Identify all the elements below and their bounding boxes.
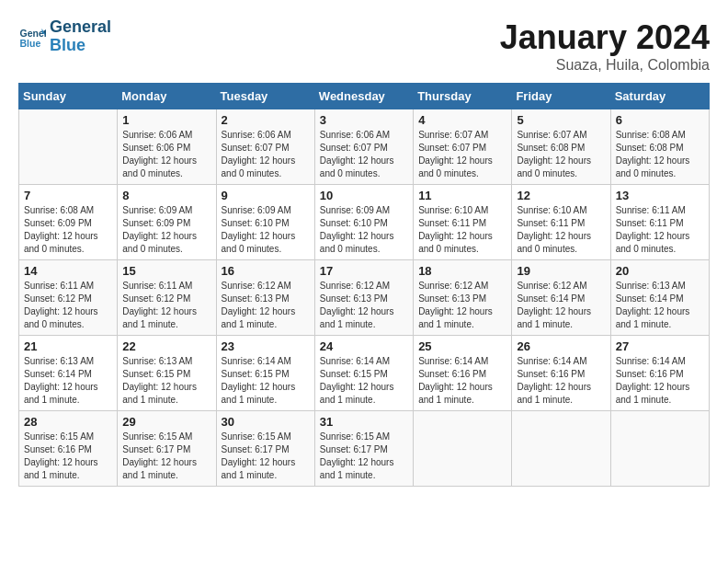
- day-number: 31: [320, 415, 408, 429]
- calendar-header: SundayMondayTuesdayWednesdayThursdayFrid…: [19, 84, 710, 109]
- day-info: Sunrise: 6:08 AM Sunset: 6:08 PM Dayligh…: [616, 129, 704, 180]
- calendar-cell: 18Sunrise: 6:12 AM Sunset: 6:13 PM Dayli…: [414, 260, 512, 336]
- month-title: January 2024: [500, 18, 710, 57]
- day-info: Sunrise: 6:06 AM Sunset: 6:07 PM Dayligh…: [320, 129, 408, 180]
- calendar-cell: 21Sunrise: 6:13 AM Sunset: 6:14 PM Dayli…: [19, 336, 118, 411]
- day-info: Sunrise: 6:12 AM Sunset: 6:13 PM Dayligh…: [418, 280, 506, 331]
- day-info: Sunrise: 6:15 AM Sunset: 6:17 PM Dayligh…: [320, 431, 408, 482]
- day-info: Sunrise: 6:12 AM Sunset: 6:14 PM Dayligh…: [517, 280, 605, 331]
- calendar-cell: 5Sunrise: 6:07 AM Sunset: 6:08 PM Daylig…: [512, 109, 610, 185]
- calendar-cell: 8Sunrise: 6:09 AM Sunset: 6:09 PM Daylig…: [118, 185, 216, 260]
- calendar-cell: 26Sunrise: 6:14 AM Sunset: 6:16 PM Dayli…: [512, 336, 610, 411]
- calendar-cell: 20Sunrise: 6:13 AM Sunset: 6:14 PM Dayli…: [610, 260, 709, 336]
- day-info: Sunrise: 6:10 AM Sunset: 6:11 PM Dayligh…: [517, 204, 605, 256]
- weekday-header: Monday: [118, 84, 216, 109]
- calendar-cell: 25Sunrise: 6:14 AM Sunset: 6:16 PM Dayli…: [414, 336, 512, 411]
- weekday-header: Tuesday: [216, 84, 314, 109]
- day-number: 1: [122, 113, 210, 127]
- logo-general: General: [50, 18, 111, 37]
- day-info: Sunrise: 6:13 AM Sunset: 6:14 PM Dayligh…: [616, 280, 704, 331]
- day-info: Sunrise: 6:06 AM Sunset: 6:06 PM Dayligh…: [122, 129, 210, 180]
- calendar-cell: 13Sunrise: 6:11 AM Sunset: 6:11 PM Dayli…: [610, 185, 709, 260]
- calendar-cell: [610, 411, 709, 487]
- day-info: Sunrise: 6:12 AM Sunset: 6:13 PM Dayligh…: [320, 280, 408, 331]
- calendar-cell: 4Sunrise: 6:07 AM Sunset: 6:07 PM Daylig…: [414, 109, 512, 185]
- page-header: General Blue General Blue January 2024 S…: [18, 18, 710, 74]
- calendar-cell: [414, 411, 512, 487]
- calendar-cell: 3Sunrise: 6:06 AM Sunset: 6:07 PM Daylig…: [314, 109, 413, 185]
- calendar-cell: 28Sunrise: 6:15 AM Sunset: 6:16 PM Dayli…: [19, 411, 118, 487]
- day-info: Sunrise: 6:07 AM Sunset: 6:07 PM Dayligh…: [418, 129, 506, 180]
- calendar-cell: 2Sunrise: 6:06 AM Sunset: 6:07 PM Daylig…: [216, 109, 314, 185]
- day-info: Sunrise: 6:09 AM Sunset: 6:09 PM Dayligh…: [122, 204, 210, 256]
- day-info: Sunrise: 6:10 AM Sunset: 6:11 PM Dayligh…: [418, 204, 506, 256]
- day-number: 8: [122, 189, 210, 202]
- calendar-cell: 27Sunrise: 6:14 AM Sunset: 6:16 PM Dayli…: [610, 336, 709, 411]
- day-number: 25: [418, 339, 506, 353]
- day-info: Sunrise: 6:14 AM Sunset: 6:16 PM Dayligh…: [517, 355, 605, 407]
- day-number: 30: [222, 415, 310, 429]
- day-info: Sunrise: 6:15 AM Sunset: 6:16 PM Dayligh…: [24, 431, 112, 482]
- calendar-cell: 1Sunrise: 6:06 AM Sunset: 6:06 PM Daylig…: [118, 109, 216, 185]
- calendar-cell: 23Sunrise: 6:14 AM Sunset: 6:15 PM Dayli…: [216, 336, 314, 411]
- day-number: 6: [616, 113, 704, 127]
- day-number: 19: [517, 264, 605, 278]
- day-info: Sunrise: 6:15 AM Sunset: 6:17 PM Dayligh…: [122, 431, 210, 482]
- calendar-cell: 19Sunrise: 6:12 AM Sunset: 6:14 PM Dayli…: [512, 260, 610, 336]
- day-number: 27: [616, 339, 704, 353]
- calendar-cell: 10Sunrise: 6:09 AM Sunset: 6:10 PM Dayli…: [314, 185, 413, 260]
- day-info: Sunrise: 6:12 AM Sunset: 6:13 PM Dayligh…: [222, 280, 310, 331]
- calendar-cell: [512, 411, 610, 487]
- day-info: Sunrise: 6:14 AM Sunset: 6:16 PM Dayligh…: [616, 355, 704, 407]
- day-info: Sunrise: 6:11 AM Sunset: 6:12 PM Dayligh…: [24, 280, 112, 331]
- day-info: Sunrise: 6:08 AM Sunset: 6:09 PM Dayligh…: [24, 204, 112, 256]
- day-number: 2: [222, 113, 310, 127]
- logo-icon: General Blue: [18, 23, 46, 51]
- calendar-cell: 22Sunrise: 6:13 AM Sunset: 6:15 PM Dayli…: [118, 336, 216, 411]
- calendar-week-row: 14Sunrise: 6:11 AM Sunset: 6:12 PM Dayli…: [19, 260, 710, 336]
- day-number: 13: [616, 189, 704, 202]
- day-number: 16: [222, 264, 310, 278]
- calendar-cell: 14Sunrise: 6:11 AM Sunset: 6:12 PM Dayli…: [19, 260, 118, 336]
- calendar-cell: 31Sunrise: 6:15 AM Sunset: 6:17 PM Dayli…: [314, 411, 413, 487]
- weekday-header: Sunday: [19, 84, 118, 109]
- day-info: Sunrise: 6:09 AM Sunset: 6:10 PM Dayligh…: [222, 204, 310, 256]
- day-info: Sunrise: 6:09 AM Sunset: 6:10 PM Dayligh…: [320, 204, 408, 256]
- logo-blue: Blue: [50, 37, 111, 55]
- day-number: 18: [418, 264, 506, 278]
- title-block: January 2024 Suaza, Huila, Colombia: [500, 18, 710, 74]
- weekday-header: Friday: [512, 84, 610, 109]
- day-info: Sunrise: 6:06 AM Sunset: 6:07 PM Dayligh…: [222, 129, 310, 180]
- calendar-cell: 12Sunrise: 6:10 AM Sunset: 6:11 PM Dayli…: [512, 185, 610, 260]
- day-info: Sunrise: 6:11 AM Sunset: 6:11 PM Dayligh…: [616, 204, 704, 256]
- day-info: Sunrise: 6:13 AM Sunset: 6:14 PM Dayligh…: [24, 355, 112, 407]
- day-number: 20: [616, 264, 704, 278]
- day-number: 7: [24, 189, 112, 202]
- logo: General Blue General Blue: [18, 18, 111, 55]
- day-number: 15: [122, 264, 210, 278]
- day-number: 14: [24, 264, 112, 278]
- day-info: Sunrise: 6:11 AM Sunset: 6:12 PM Dayligh…: [122, 280, 210, 331]
- calendar-week-row: 7Sunrise: 6:08 AM Sunset: 6:09 PM Daylig…: [19, 185, 710, 260]
- location: Suaza, Huila, Colombia: [500, 57, 710, 74]
- day-number: 4: [418, 113, 506, 127]
- day-number: 9: [222, 189, 310, 202]
- day-number: 21: [24, 339, 112, 353]
- calendar-table: SundayMondayTuesdayWednesdayThursdayFrid…: [18, 83, 710, 487]
- calendar-cell: 6Sunrise: 6:08 AM Sunset: 6:08 PM Daylig…: [610, 109, 709, 185]
- weekday-header: Thursday: [414, 84, 512, 109]
- day-info: Sunrise: 6:14 AM Sunset: 6:15 PM Dayligh…: [222, 355, 310, 407]
- weekday-header: Wednesday: [314, 84, 413, 109]
- calendar-cell: 24Sunrise: 6:14 AM Sunset: 6:15 PM Dayli…: [314, 336, 413, 411]
- calendar-cell: 30Sunrise: 6:15 AM Sunset: 6:17 PM Dayli…: [216, 411, 314, 487]
- day-number: 17: [320, 264, 408, 278]
- calendar-cell: 7Sunrise: 6:08 AM Sunset: 6:09 PM Daylig…: [19, 185, 118, 260]
- day-info: Sunrise: 6:07 AM Sunset: 6:08 PM Dayligh…: [517, 129, 605, 180]
- calendar-cell: 11Sunrise: 6:10 AM Sunset: 6:11 PM Dayli…: [414, 185, 512, 260]
- calendar-week-row: 21Sunrise: 6:13 AM Sunset: 6:14 PM Dayli…: [19, 336, 710, 411]
- weekday-header: Saturday: [610, 84, 709, 109]
- day-info: Sunrise: 6:13 AM Sunset: 6:15 PM Dayligh…: [122, 355, 210, 407]
- day-number: 5: [517, 113, 605, 127]
- header-row: SundayMondayTuesdayWednesdayThursdayFrid…: [19, 84, 710, 109]
- day-number: 3: [320, 113, 408, 127]
